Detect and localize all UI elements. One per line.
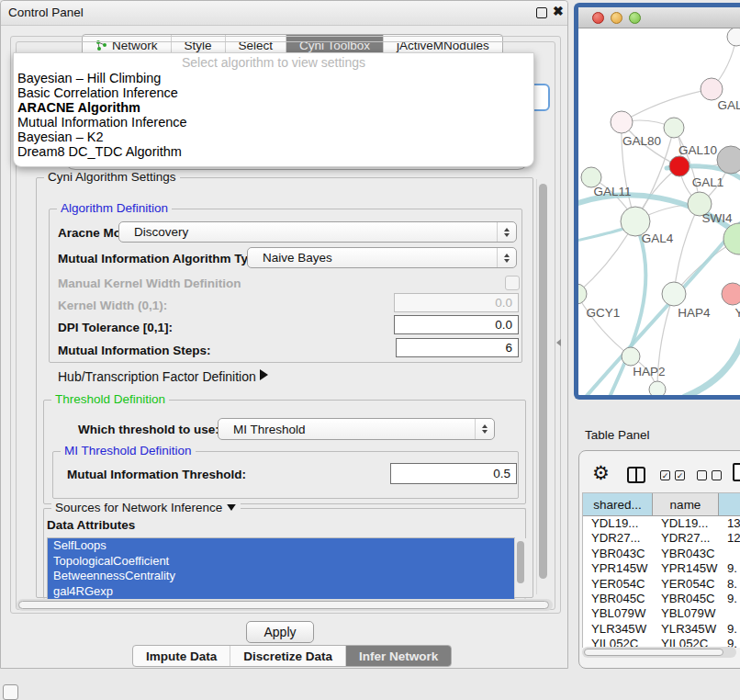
- stepper-arrows-icon: [497, 222, 516, 242]
- table-row[interactable]: YDR27...YDR27...12: [583, 531, 740, 546]
- tab-label: Impute Data: [146, 649, 217, 663]
- table-row[interactable]: YBR045CYBR045C9.: [583, 592, 740, 606]
- checkbox-unchecked-pair-icon[interactable]: [697, 470, 722, 480]
- mi-threshold-value: 0.5: [493, 467, 510, 480]
- apply-button-label: Apply: [263, 625, 296, 639]
- table-panel-title: Table Panel: [585, 428, 650, 442]
- table-cell: YDR27...: [653, 531, 719, 546]
- network-node[interactable]: [701, 78, 723, 100]
- table-cell: 12: [719, 531, 740, 546]
- dpi-tolerance-field[interactable]: 0.0: [394, 315, 519, 334]
- float-window-icon[interactable]: [536, 7, 547, 18]
- node-label: HAP2: [633, 365, 665, 378]
- mi-algorithm-type-combo[interactable]: Naive Bayes: [247, 247, 517, 268]
- aracne-mode-combo[interactable]: Discovery: [118, 221, 517, 243]
- table-cell: 9.: [719, 637, 740, 647]
- table-row[interactable]: YIL052CYIL052C9.: [583, 637, 740, 647]
- network-node[interactable]: [578, 284, 587, 304]
- data-attribute-item[interactable]: TopologicalCoefficient: [48, 554, 514, 570]
- network-node[interactable]: [669, 156, 690, 176]
- dropdown-item[interactable]: Dream8 DC_TDC Algorithm: [14, 144, 533, 159]
- network-node[interactable]: [727, 28, 740, 46]
- table-row[interactable]: YBL079WYBL079W: [583, 606, 740, 621]
- network-edge[interactable]: [622, 89, 712, 122]
- table-cell: YBR045C: [583, 592, 653, 606]
- table-cell: YER054C: [653, 577, 719, 592]
- splitpane-collapse-icon[interactable]: [556, 339, 561, 346]
- kernel-width-field[interactable]: 0.0: [394, 293, 519, 312]
- close-traffic-light-icon[interactable]: [592, 12, 604, 24]
- tab-infer-network[interactable]: Infer Network: [346, 646, 451, 666]
- manual-kernel-width-checkbox[interactable]: [505, 276, 520, 290]
- node-label: HAP4: [678, 306, 711, 320]
- network-edge-highlighted[interactable]: [578, 227, 628, 242]
- dropdown-item[interactable]: Basic Correlation Inference: [14, 85, 533, 100]
- node-label: SWI4: [701, 211, 732, 225]
- network-canvas[interactable]: GALGAL80GAL10GAL1GAL11SWI4GAL4GCY1HAP4YH…: [578, 28, 740, 395]
- close-icon[interactable]: ✖: [553, 4, 564, 18]
- mi-steps-field[interactable]: 6: [396, 338, 519, 357]
- network-window-titlebar: [578, 7, 740, 28]
- network-node[interactable]: [664, 118, 684, 138]
- table-cell: YBR043C: [653, 547, 719, 561]
- collapse-triangle-icon[interactable]: [228, 504, 237, 511]
- node-label: GAL80: [622, 134, 661, 148]
- settings-scrollbar-horizontal[interactable]: [17, 599, 553, 611]
- attribute-list-scrollbar[interactable]: [514, 538, 526, 597]
- network-edge-highlighted[interactable]: [685, 337, 740, 395]
- table-cell: YBR043C: [583, 547, 653, 561]
- table-row[interactable]: YDL19...YDL19...13: [583, 516, 740, 531]
- network-node[interactable]: [649, 381, 666, 395]
- mi-steps-value: 6: [505, 341, 512, 355]
- network-node[interactable]: [611, 111, 633, 133]
- network-edge[interactable]: [578, 294, 631, 356]
- checkbox-checked-pair-icon[interactable]: ✓✓: [660, 470, 685, 480]
- stepper-arrows-icon: [497, 248, 516, 267]
- column-header[interactable]: name: [653, 493, 719, 515]
- column-header[interactable]: shared...: [583, 493, 653, 515]
- minimized-panel-icon[interactable]: [3, 684, 18, 700]
- tab-impute-data[interactable]: Impute Data: [133, 646, 230, 666]
- settings-scrollbar-vertical[interactable]: [536, 179, 550, 594]
- table-cell: 9.: [719, 561, 740, 576]
- table-row[interactable]: YPR145WYPR145W9.: [583, 561, 740, 576]
- node-label: GAL: [717, 98, 740, 112]
- table-scrollbar-horizontal[interactable]: [582, 647, 736, 658]
- minimize-traffic-light-icon[interactable]: [611, 12, 622, 24]
- table-row[interactable]: YBR043CYBR043C: [583, 547, 740, 561]
- kernel-width-value: 0.0: [495, 296, 512, 310]
- which-threshold-value: MI Threshold: [219, 423, 475, 436]
- network-node[interactable]: [722, 283, 740, 305]
- node-table: shared...name YDL19...YDL19...13YDR27...…: [582, 492, 740, 648]
- data-attribute-item[interactable]: SelfLoops: [48, 538, 514, 554]
- apply-button[interactable]: Apply: [246, 621, 314, 643]
- network-view-window: GALGAL80GAL10GAL1GAL11SWI4GAL4GCY1HAP4YH…: [574, 3, 740, 400]
- network-node[interactable]: [622, 347, 640, 366]
- table-row[interactable]: YLR345WYLR345W9.: [583, 622, 740, 637]
- tab-discretize-data[interactable]: Discretize Data: [230, 646, 346, 666]
- data-attribute-item[interactable]: gal4RGexp: [48, 584, 514, 600]
- page-icon[interactable]: [733, 463, 740, 481]
- manual-kernel-width-label: Manual Kernel Width Definition: [58, 277, 241, 290]
- dropdown-item[interactable]: Bayesian – Hill Climbing: [14, 71, 533, 85]
- data-attribute-item[interactable]: BetweennessCentrality: [48, 569, 514, 584]
- network-node[interactable]: [662, 282, 686, 306]
- settings-gear-icon[interactable]: ⚙: [592, 462, 610, 484]
- network-edge[interactable]: [674, 204, 700, 294]
- table-row[interactable]: YER054CYER054C8.: [583, 577, 740, 592]
- dropdown-item[interactable]: ARACNE Algorithm: [14, 100, 533, 115]
- table-cell: 8.: [719, 577, 740, 592]
- dropdown-item[interactable]: Mutual Information Inference: [14, 115, 533, 130]
- zoom-traffic-light-icon[interactable]: [629, 12, 641, 24]
- network-node[interactable]: [717, 146, 740, 174]
- mi-threshold-label: Mutual Information Threshold:: [67, 468, 246, 481]
- expand-triangle-icon[interactable]: [260, 369, 268, 380]
- mi-threshold-field[interactable]: 0.5: [390, 463, 517, 484]
- node-label: Y: [734, 306, 740, 320]
- column-layout-icon[interactable]: [627, 467, 645, 483]
- column-header[interactable]: [719, 493, 740, 515]
- table-cell: [719, 547, 740, 561]
- node-label: GAL10: [678, 143, 717, 157]
- which-threshold-combo[interactable]: MI Threshold: [218, 418, 495, 440]
- dropdown-item[interactable]: Bayesian – K2: [14, 130, 533, 144]
